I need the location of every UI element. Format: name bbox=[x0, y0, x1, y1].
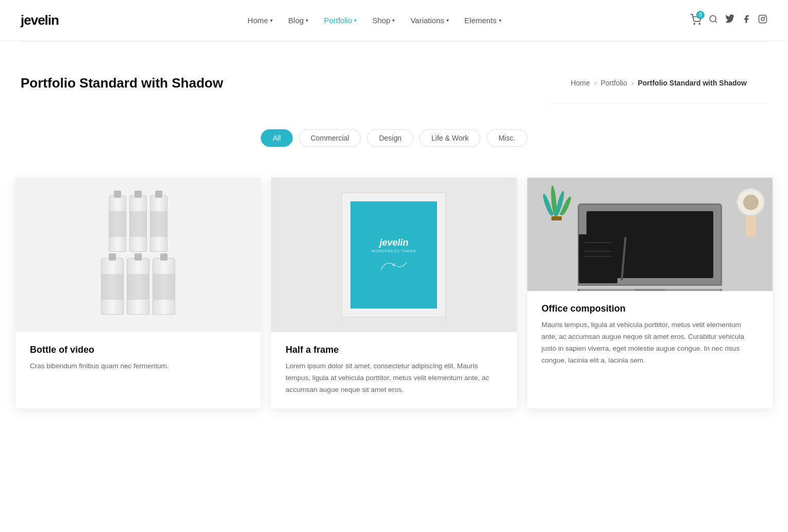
filter-misc[interactable]: Misc. bbox=[487, 129, 527, 147]
nav-item-blog[interactable]: Blog ▾ bbox=[288, 16, 308, 25]
cup-decoration bbox=[736, 188, 765, 237]
svg-point-5 bbox=[761, 18, 764, 21]
portfolio-grid: Bottle of video Cras bibendum finibus qu… bbox=[0, 167, 788, 434]
card-content-bottle: Bottle of video Cras bibendum finibus qu… bbox=[15, 332, 261, 385]
breadcrumb-current: Portfolio Standard with Shadow bbox=[638, 79, 747, 87]
svg-point-7 bbox=[392, 263, 395, 266]
nav-item-shop[interactable]: Shop ▾ bbox=[372, 16, 395, 25]
card-title-frame: Half a frame bbox=[286, 345, 502, 355]
breadcrumb: Home › Portfolio › Portfolio Standard wi… bbox=[550, 62, 767, 104]
svg-point-1 bbox=[699, 23, 700, 24]
breadcrumb-portfolio[interactable]: Portfolio bbox=[600, 79, 627, 87]
card-content-frame: Half a frame Lorem ipsum dolor sit amet,… bbox=[271, 332, 516, 408]
breadcrumb-section: Portfolio Standard with Shadow Home › Po… bbox=[0, 42, 788, 114]
chevron-down-icon: ▾ bbox=[446, 18, 449, 23]
filter-section: All Commercial Design Life & Work Misc. bbox=[0, 114, 788, 167]
bottles-illustration bbox=[15, 178, 261, 332]
nav-icons: 0 bbox=[690, 14, 767, 27]
page-title: Portfolio Standard with Shadow bbox=[21, 75, 223, 91]
card-desc-office: Mauris tempus, ligula at vehicula portti… bbox=[542, 319, 758, 367]
search-button[interactable] bbox=[709, 14, 718, 26]
chevron-down-icon: ▾ bbox=[499, 18, 501, 23]
portfolio-card-frame: jevelin WORDPRESS THEME Half a frame Lor… bbox=[271, 178, 516, 408]
frame-illustration: jevelin WORDPRESS THEME bbox=[342, 193, 445, 317]
filter-all[interactable]: All bbox=[261, 129, 293, 147]
plant-decoration bbox=[543, 185, 571, 227]
nav-item-elements[interactable]: Elements ▾ bbox=[464, 16, 501, 25]
cart-count-badge: 0 bbox=[696, 11, 705, 19]
svg-point-0 bbox=[694, 23, 695, 24]
breadcrumb-sep-1: › bbox=[594, 79, 597, 87]
card-title-office: Office composition bbox=[542, 303, 758, 314]
portfolio-card-bottle: Bottle of video Cras bibendum finibus qu… bbox=[15, 178, 261, 408]
cart-button[interactable]: 0 bbox=[690, 14, 701, 27]
svg-point-6 bbox=[765, 17, 765, 18]
portfolio-card-office: Office composition Mauris tempus, ligula… bbox=[527, 178, 773, 408]
svg-line-3 bbox=[715, 21, 716, 22]
card-content-office: Office composition Mauris tempus, ligula… bbox=[527, 291, 773, 379]
card-title-bottle: Bottle of video bbox=[30, 345, 246, 355]
chevron-down-icon: ▾ bbox=[392, 18, 395, 23]
breadcrumb-home[interactable]: Home bbox=[571, 79, 590, 87]
card-image-office bbox=[527, 178, 773, 291]
twitter-button[interactable] bbox=[725, 14, 734, 26]
nav-item-variations[interactable]: Variations ▾ bbox=[410, 16, 449, 25]
brand-logo[interactable]: jevelin bbox=[21, 12, 59, 28]
nav-item-portfolio[interactable]: Portfolio ▾ bbox=[324, 16, 357, 25]
notebook-decoration bbox=[579, 234, 617, 283]
svg-rect-4 bbox=[759, 15, 767, 23]
card-image-frame: jevelin WORDPRESS THEME bbox=[271, 178, 516, 332]
chevron-down-icon: ▾ bbox=[354, 18, 357, 23]
nav-item-home[interactable]: Home ▾ bbox=[247, 16, 273, 25]
card-image-bottle bbox=[15, 178, 261, 332]
chevron-down-icon: ▾ bbox=[306, 18, 308, 23]
chevron-down-icon: ▾ bbox=[270, 18, 273, 23]
filter-design[interactable]: Design bbox=[367, 129, 413, 147]
card-desc-frame: Lorem ipsum dolor sit amet, consectetur … bbox=[286, 361, 502, 396]
facebook-button[interactable] bbox=[742, 14, 751, 26]
instagram-button[interactable] bbox=[758, 14, 767, 26]
main-nav: jevelin Home ▾ Blog ▾ Portfolio ▾ Shop ▾ bbox=[0, 0, 788, 41]
nav-links: Home ▾ Blog ▾ Portfolio ▾ Shop ▾ Variati bbox=[247, 16, 501, 25]
filter-commercial[interactable]: Commercial bbox=[299, 129, 361, 147]
breadcrumb-sep-2: › bbox=[631, 79, 634, 87]
filter-life-work[interactable]: Life & Work bbox=[420, 129, 480, 147]
svg-point-2 bbox=[710, 15, 716, 22]
card-desc-bottle: Cras bibendum finibus quam nec fermentum… bbox=[30, 361, 246, 372]
